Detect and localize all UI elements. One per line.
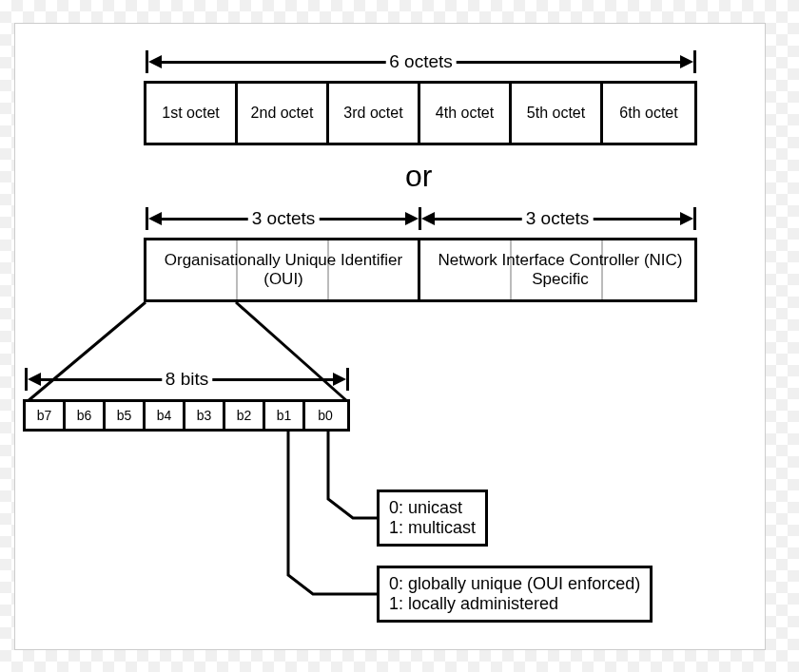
legend-b0-zero: 0: unicast — [389, 498, 476, 518]
mac-address-diagram: 6 octets 1st octet 2nd octet 3rd octet 4… — [14, 23, 766, 650]
legend-b1-one: 1: locally administered — [389, 594, 640, 614]
legend-b1: 0: globally unique (OUI enforced) 1: loc… — [377, 566, 653, 623]
bit-legend-connector — [15, 24, 767, 651]
legend-b1-zero: 0: globally unique (OUI enforced) — [389, 574, 640, 594]
legend-b0: 0: unicast 1: multicast — [377, 490, 488, 547]
legend-b0-one: 1: multicast — [389, 518, 476, 538]
